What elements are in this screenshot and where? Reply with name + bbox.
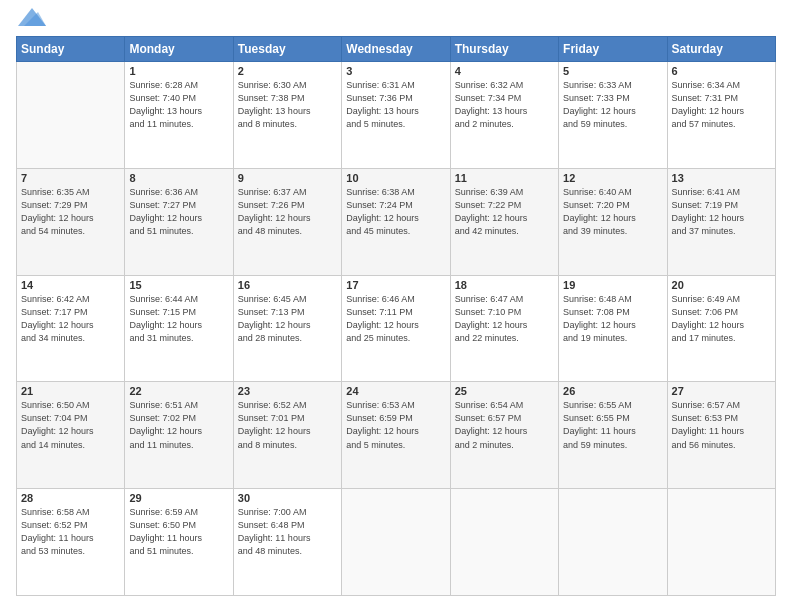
- day-number: 26: [563, 385, 662, 397]
- calendar: SundayMondayTuesdayWednesdayThursdayFrid…: [16, 36, 776, 596]
- day-cell: 21Sunrise: 6:50 AM Sunset: 7:04 PM Dayli…: [17, 382, 125, 489]
- day-cell: 8Sunrise: 6:36 AM Sunset: 7:27 PM Daylig…: [125, 168, 233, 275]
- day-cell: 29Sunrise: 6:59 AM Sunset: 6:50 PM Dayli…: [125, 489, 233, 596]
- day-number: 8: [129, 172, 228, 184]
- day-number: 14: [21, 279, 120, 291]
- day-number: 12: [563, 172, 662, 184]
- week-row-4: 21Sunrise: 6:50 AM Sunset: 7:04 PM Dayli…: [17, 382, 776, 489]
- day-info: Sunrise: 6:47 AM Sunset: 7:10 PM Dayligh…: [455, 293, 554, 345]
- day-cell: 26Sunrise: 6:55 AM Sunset: 6:55 PM Dayli…: [559, 382, 667, 489]
- day-cell: 2Sunrise: 6:30 AM Sunset: 7:38 PM Daylig…: [233, 62, 341, 169]
- day-cell: 3Sunrise: 6:31 AM Sunset: 7:36 PM Daylig…: [342, 62, 450, 169]
- day-cell: 17Sunrise: 6:46 AM Sunset: 7:11 PM Dayli…: [342, 275, 450, 382]
- day-cell: 9Sunrise: 6:37 AM Sunset: 7:26 PM Daylig…: [233, 168, 341, 275]
- day-cell: [450, 489, 558, 596]
- weekday-header-row: SundayMondayTuesdayWednesdayThursdayFrid…: [17, 37, 776, 62]
- day-cell: [667, 489, 775, 596]
- day-info: Sunrise: 6:53 AM Sunset: 6:59 PM Dayligh…: [346, 399, 445, 451]
- week-row-5: 28Sunrise: 6:58 AM Sunset: 6:52 PM Dayli…: [17, 489, 776, 596]
- day-cell: 20Sunrise: 6:49 AM Sunset: 7:06 PM Dayli…: [667, 275, 775, 382]
- day-number: 28: [21, 492, 120, 504]
- day-number: 24: [346, 385, 445, 397]
- day-cell: 23Sunrise: 6:52 AM Sunset: 7:01 PM Dayli…: [233, 382, 341, 489]
- week-row-3: 14Sunrise: 6:42 AM Sunset: 7:17 PM Dayli…: [17, 275, 776, 382]
- day-cell: 12Sunrise: 6:40 AM Sunset: 7:20 PM Dayli…: [559, 168, 667, 275]
- day-info: Sunrise: 6:33 AM Sunset: 7:33 PM Dayligh…: [563, 79, 662, 131]
- day-number: 22: [129, 385, 228, 397]
- week-row-2: 7Sunrise: 6:35 AM Sunset: 7:29 PM Daylig…: [17, 168, 776, 275]
- day-cell: 24Sunrise: 6:53 AM Sunset: 6:59 PM Dayli…: [342, 382, 450, 489]
- day-number: 21: [21, 385, 120, 397]
- day-cell: 10Sunrise: 6:38 AM Sunset: 7:24 PM Dayli…: [342, 168, 450, 275]
- day-number: 7: [21, 172, 120, 184]
- day-cell: 7Sunrise: 6:35 AM Sunset: 7:29 PM Daylig…: [17, 168, 125, 275]
- day-info: Sunrise: 6:30 AM Sunset: 7:38 PM Dayligh…: [238, 79, 337, 131]
- day-info: Sunrise: 6:32 AM Sunset: 7:34 PM Dayligh…: [455, 79, 554, 131]
- day-info: Sunrise: 6:34 AM Sunset: 7:31 PM Dayligh…: [672, 79, 771, 131]
- day-cell: [559, 489, 667, 596]
- weekday-header-tuesday: Tuesday: [233, 37, 341, 62]
- day-number: 19: [563, 279, 662, 291]
- day-info: Sunrise: 6:48 AM Sunset: 7:08 PM Dayligh…: [563, 293, 662, 345]
- day-number: 29: [129, 492, 228, 504]
- day-info: Sunrise: 6:52 AM Sunset: 7:01 PM Dayligh…: [238, 399, 337, 451]
- day-cell: 1Sunrise: 6:28 AM Sunset: 7:40 PM Daylig…: [125, 62, 233, 169]
- weekday-header-thursday: Thursday: [450, 37, 558, 62]
- day-info: Sunrise: 6:49 AM Sunset: 7:06 PM Dayligh…: [672, 293, 771, 345]
- day-info: Sunrise: 7:00 AM Sunset: 6:48 PM Dayligh…: [238, 506, 337, 558]
- day-number: 3: [346, 65, 445, 77]
- day-info: Sunrise: 6:58 AM Sunset: 6:52 PM Dayligh…: [21, 506, 120, 558]
- day-info: Sunrise: 6:57 AM Sunset: 6:53 PM Dayligh…: [672, 399, 771, 451]
- day-info: Sunrise: 6:59 AM Sunset: 6:50 PM Dayligh…: [129, 506, 228, 558]
- day-number: 2: [238, 65, 337, 77]
- day-number: 17: [346, 279, 445, 291]
- day-number: 27: [672, 385, 771, 397]
- day-number: 13: [672, 172, 771, 184]
- day-cell: 15Sunrise: 6:44 AM Sunset: 7:15 PM Dayli…: [125, 275, 233, 382]
- day-info: Sunrise: 6:51 AM Sunset: 7:02 PM Dayligh…: [129, 399, 228, 451]
- day-info: Sunrise: 6:42 AM Sunset: 7:17 PM Dayligh…: [21, 293, 120, 345]
- day-info: Sunrise: 6:36 AM Sunset: 7:27 PM Dayligh…: [129, 186, 228, 238]
- page: SundayMondayTuesdayWednesdayThursdayFrid…: [0, 0, 792, 612]
- day-cell: 5Sunrise: 6:33 AM Sunset: 7:33 PM Daylig…: [559, 62, 667, 169]
- day-number: 23: [238, 385, 337, 397]
- day-cell: 28Sunrise: 6:58 AM Sunset: 6:52 PM Dayli…: [17, 489, 125, 596]
- day-info: Sunrise: 6:37 AM Sunset: 7:26 PM Dayligh…: [238, 186, 337, 238]
- day-info: Sunrise: 6:46 AM Sunset: 7:11 PM Dayligh…: [346, 293, 445, 345]
- day-info: Sunrise: 6:40 AM Sunset: 7:20 PM Dayligh…: [563, 186, 662, 238]
- weekday-header-saturday: Saturday: [667, 37, 775, 62]
- day-number: 20: [672, 279, 771, 291]
- day-number: 5: [563, 65, 662, 77]
- day-cell: 16Sunrise: 6:45 AM Sunset: 7:13 PM Dayli…: [233, 275, 341, 382]
- day-cell: [342, 489, 450, 596]
- day-number: 4: [455, 65, 554, 77]
- day-cell: [17, 62, 125, 169]
- day-info: Sunrise: 6:41 AM Sunset: 7:19 PM Dayligh…: [672, 186, 771, 238]
- day-number: 9: [238, 172, 337, 184]
- weekday-header-friday: Friday: [559, 37, 667, 62]
- day-cell: 6Sunrise: 6:34 AM Sunset: 7:31 PM Daylig…: [667, 62, 775, 169]
- weekday-header-monday: Monday: [125, 37, 233, 62]
- day-cell: 18Sunrise: 6:47 AM Sunset: 7:10 PM Dayli…: [450, 275, 558, 382]
- day-number: 15: [129, 279, 228, 291]
- day-cell: 27Sunrise: 6:57 AM Sunset: 6:53 PM Dayli…: [667, 382, 775, 489]
- weekday-header-sunday: Sunday: [17, 37, 125, 62]
- day-number: 25: [455, 385, 554, 397]
- day-number: 11: [455, 172, 554, 184]
- day-number: 10: [346, 172, 445, 184]
- day-info: Sunrise: 6:55 AM Sunset: 6:55 PM Dayligh…: [563, 399, 662, 451]
- day-cell: 25Sunrise: 6:54 AM Sunset: 6:57 PM Dayli…: [450, 382, 558, 489]
- day-info: Sunrise: 6:35 AM Sunset: 7:29 PM Dayligh…: [21, 186, 120, 238]
- day-cell: 22Sunrise: 6:51 AM Sunset: 7:02 PM Dayli…: [125, 382, 233, 489]
- day-cell: 11Sunrise: 6:39 AM Sunset: 7:22 PM Dayli…: [450, 168, 558, 275]
- day-cell: 13Sunrise: 6:41 AM Sunset: 7:19 PM Dayli…: [667, 168, 775, 275]
- day-cell: 30Sunrise: 7:00 AM Sunset: 6:48 PM Dayli…: [233, 489, 341, 596]
- day-info: Sunrise: 6:39 AM Sunset: 7:22 PM Dayligh…: [455, 186, 554, 238]
- day-info: Sunrise: 6:31 AM Sunset: 7:36 PM Dayligh…: [346, 79, 445, 131]
- header: [16, 16, 776, 26]
- day-info: Sunrise: 6:50 AM Sunset: 7:04 PM Dayligh…: [21, 399, 120, 451]
- day-number: 18: [455, 279, 554, 291]
- day-info: Sunrise: 6:45 AM Sunset: 7:13 PM Dayligh…: [238, 293, 337, 345]
- weekday-header-wednesday: Wednesday: [342, 37, 450, 62]
- day-number: 6: [672, 65, 771, 77]
